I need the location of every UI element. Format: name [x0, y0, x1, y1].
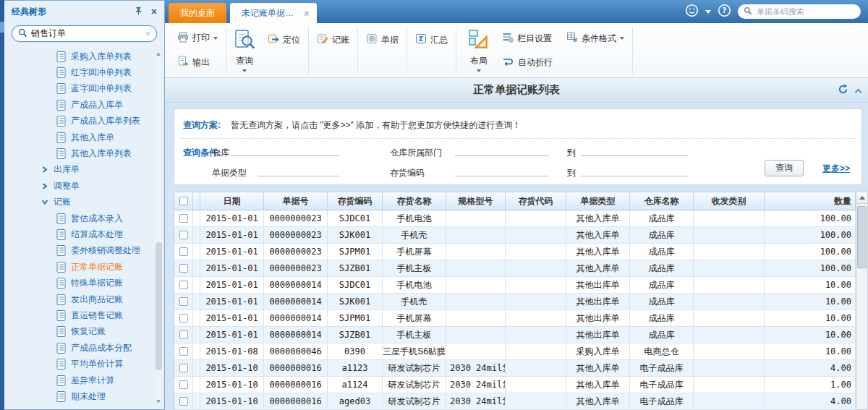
table-row[interactable]: 2015-01-10 0000000016 aged03 研发试制芯片 2030… [174, 393, 856, 410]
conditional-format-button[interactable]: If 条件格式 [564, 30, 626, 46]
table-row[interactable]: 2015-01-01 0000000023 SJPM01 手机屏幕 其他入库单 … [174, 244, 856, 260]
col-inv-alias[interactable]: 存货代码 [506, 192, 566, 210]
help-icon[interactable]: ? [718, 4, 731, 20]
warehouse-dept-to-input[interactable] [581, 143, 688, 156]
warehouse-dept-input[interactable] [455, 143, 549, 156]
table-scrollbar-thumb[interactable] [857, 206, 867, 268]
scroll-up-button[interactable] [856, 192, 867, 204]
tree-item[interactable]: 出库单 [4, 162, 154, 178]
tree-item[interactable]: 红字回冲单列表 [4, 64, 154, 80]
table-row[interactable]: 2015-01-01 0000000014 SJPM01 手机屏幕 其他出库单 … [174, 310, 856, 327]
row-checkbox[interactable] [179, 281, 188, 289]
sidebar-scrollbar[interactable] [156, 50, 162, 406]
col-io-category[interactable]: 收发类别 [694, 192, 765, 210]
scroll-down-icon[interactable] [156, 400, 161, 403]
scrollbar-thumb[interactable] [156, 242, 162, 370]
chevron-right-icon[interactable] [42, 166, 48, 173]
voucher-button[interactable]: 单据 [364, 32, 401, 48]
row-checkbox[interactable] [179, 397, 188, 406]
row-checkbox[interactable] [179, 247, 188, 256]
tree-item[interactable]: 直运销售记账 [4, 307, 154, 323]
post-button[interactable]: 记账 [315, 32, 352, 48]
table-row[interactable]: 2015-01-10 0000000016 a1124 研发试制芯片 2030 … [174, 377, 856, 393]
tree-item[interactable]: 产成品入库单 [4, 97, 154, 113]
warehouse-input[interactable] [231, 143, 339, 156]
select-all-checkbox[interactable] [179, 197, 188, 205]
tree-item[interactable]: 调整单 [4, 178, 154, 194]
row-checkbox[interactable] [179, 380, 188, 389]
more-link[interactable]: 更多>> [822, 163, 850, 175]
query-button-large[interactable]: 查询 [228, 23, 261, 77]
col-inv-name[interactable]: 存货名称 [383, 192, 446, 210]
col-quantity[interactable]: 数量 [765, 192, 856, 210]
col-spec[interactable]: 规格型号 [446, 192, 506, 210]
scroll-up-icon[interactable] [156, 52, 161, 56]
row-checkbox[interactable] [179, 264, 188, 273]
col-date[interactable]: 日期 [200, 192, 264, 210]
tree-item[interactable]: 产成品成本分配 [4, 340, 154, 356]
tree-item[interactable]: 正常单据记账 [4, 259, 154, 275]
tree-item[interactable]: 特殊单据记账 [4, 275, 154, 291]
col-doc-no[interactable]: 单据号 [264, 192, 328, 210]
tree-item[interactable]: 差异率计算 [4, 372, 154, 388]
tree-item[interactable]: 期末处理 [4, 388, 154, 404]
chevron-down-icon[interactable] [705, 10, 711, 14]
tree-item[interactable]: 记账 [4, 195, 154, 210]
chevron-down-icon[interactable] [242, 69, 247, 72]
col-inv-code[interactable]: 存货编码 [328, 192, 383, 210]
table-row[interactable]: 2015-01-10 0000000016 a1123 研发试制芯片 2030 … [174, 360, 856, 377]
query-submit-button[interactable]: 查询 [765, 160, 804, 176]
tree-item[interactable]: 蓝字回冲单列表 [4, 81, 154, 97]
tree-item[interactable]: 其他入库单 [4, 129, 154, 145]
tree-item[interactable]: 结算成本处理 [4, 226, 154, 242]
chevron-down-icon[interactable] [42, 200, 48, 205]
pin-icon[interactable] [135, 5, 142, 18]
col-warehouse[interactable]: 仓库名称 [630, 192, 694, 210]
column-settings-button[interactable]: 栏目设置 [500, 30, 554, 46]
row-checkbox[interactable] [179, 214, 188, 223]
tree-item[interactable]: 暂估成本录入 [4, 210, 154, 226]
clear-search-icon[interactable]: × [145, 28, 150, 39]
auto-wrap-button[interactable]: 自动折行 [500, 55, 555, 70]
chevron-down-icon[interactable] [213, 37, 218, 40]
tab-my-desktop[interactable]: 我的桌面 [169, 3, 226, 23]
smiley-icon[interactable] [685, 4, 699, 20]
inventory-code-input[interactable] [455, 163, 549, 176]
table-row[interactable]: 2015-01-01 0000000023 SJZB01 手机主板 其他入库单 … [174, 260, 856, 277]
tree-item[interactable]: 平均单价计算 [4, 356, 154, 372]
row-checkbox[interactable] [179, 314, 188, 323]
table-scrollbar[interactable] [856, 192, 868, 410]
tree-item[interactable]: 发出商品记账 [4, 291, 154, 307]
chevron-down-icon[interactable] [620, 37, 624, 40]
sidebar-close-icon[interactable]: × [151, 7, 157, 17]
tab-unposted-docs[interactable]: 未记账单据… × [230, 3, 317, 23]
row-checkbox[interactable] [179, 297, 188, 306]
table-row[interactable]: 2015-01-01 0000000014 SJK001 手机壳 其他出库单 成… [174, 294, 856, 310]
collapse-panel-icon[interactable] [854, 84, 862, 97]
table-row[interactable]: 2015-01-01 0000000014 SJZB01 手机主板 其他出库单 … [174, 327, 856, 343]
table-row[interactable]: 2015-01-01 0000000023 SJDC01 手机电池 其他入库单 … [174, 210, 856, 227]
chevron-down-icon[interactable] [477, 69, 481, 72]
locate-button[interactable]: 定位 [265, 32, 302, 48]
tree-item[interactable]: 其他入库单列表 [4, 145, 154, 161]
refresh-icon[interactable] [838, 84, 848, 98]
doc-type-input[interactable] [258, 163, 339, 176]
tree-item[interactable]: 采购入库单列表 [4, 48, 154, 64]
output-button[interactable]: 输出 [175, 54, 220, 70]
barcode-search-input[interactable]: 单据条码搜索 [738, 4, 861, 19]
layout-button-large[interactable]: 布局 [462, 23, 495, 77]
row-checkbox[interactable] [179, 364, 188, 372]
table-row[interactable]: 2015-01-01 0000000014 SJDC01 手机电池 其他出库单 … [174, 277, 856, 294]
tab-close-icon[interactable]: × [304, 8, 310, 19]
tree-item[interactable]: 产成品入库单列表 [4, 114, 154, 129]
table-row[interactable]: 2015-01-01 0000000023 SJK001 手机壳 其他入库单 成… [174, 227, 856, 244]
tree-item[interactable]: 恢复记账 [4, 324, 154, 340]
inventory-code-to-input[interactable] [581, 163, 688, 176]
table-row[interactable]: 2015-01-08 0000000046 0390 三星手机S6贴膜 采购入库… [174, 343, 856, 360]
tree-item[interactable]: 委外核销调整处理 [4, 243, 154, 259]
summarize-button[interactable]: Σ 汇总 [413, 32, 450, 48]
chevron-right-icon[interactable] [42, 183, 48, 189]
row-checkbox[interactable] [179, 347, 188, 356]
print-button[interactable]: 打印 [175, 30, 220, 46]
sidebar-search-box[interactable]: 销售订单 × [12, 25, 157, 42]
